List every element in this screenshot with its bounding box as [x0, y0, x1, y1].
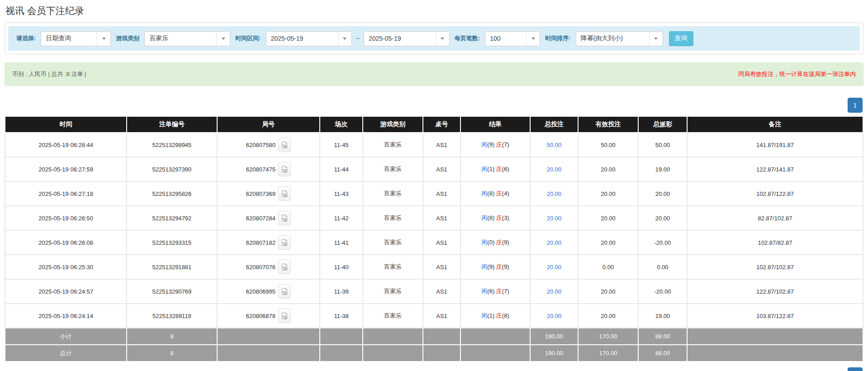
query-mode-select[interactable]: 日期查询 [41, 31, 111, 46]
cell-remark: 102.87/82.87 [687, 230, 863, 255]
cell-total-bet: 20.00 [530, 304, 578, 328]
video-replay-button[interactable] [278, 284, 291, 299]
total-row-cell-3 [320, 345, 363, 361]
select-mode-label: 请选择: [16, 34, 36, 43]
cell-session: 11-43 [320, 181, 363, 206]
sort-order-select[interactable]: 降幂(由大到小) [576, 31, 663, 46]
cell-bet-id: 522513294792 [127, 206, 217, 230]
col-header-8: 有效投注 [578, 116, 638, 133]
cell-remark: 102.87/122.87 [687, 181, 863, 206]
subtotal-row-cell-0: 小计 [5, 328, 127, 345]
cell-time: 2025-05-19 06:27:18 [5, 181, 127, 206]
video-file-icon [281, 165, 288, 173]
cell-payout: -20.00 [638, 230, 687, 255]
cell-table-no: AS1 [423, 304, 460, 328]
video-replay-button[interactable] [278, 235, 291, 250]
cell-game-type: 百家乐 [363, 133, 423, 157]
page-1-button[interactable]: 1 [848, 98, 863, 113]
round-number: 620807475 [246, 166, 275, 173]
table-row: 2025-05-19 06:28:44522513298945620807580… [5, 133, 863, 157]
result-banker-score: (6) [502, 166, 509, 172]
page-root: 视讯 会员下注纪录 请选择: 日期查询 游戏类别 百家乐 时间区间: 2025-… [0, 5, 868, 371]
total-bet-link[interactable]: 20.00 [547, 215, 562, 222]
round-number: 620806878 [246, 313, 275, 319]
video-replay-button[interactable] [278, 138, 291, 152]
video-replay-button[interactable] [278, 162, 291, 176]
game-type-select[interactable]: 百家乐 [144, 31, 230, 46]
video-replay-button[interactable] [278, 260, 291, 274]
subtotal-row-cell-10 [687, 328, 863, 345]
chevron-down-icon [216, 32, 230, 46]
page-1-button[interactable]: 1 [848, 367, 863, 371]
cell-remark: 102.87/102.87 [687, 255, 863, 279]
date-to-select[interactable]: 2025-05-19 [364, 31, 450, 46]
cell-round: 620807284 [217, 206, 320, 230]
table-row: 2025-05-19 06:25:30522513291881620807076… [5, 255, 863, 279]
round-number: 620807182 [246, 239, 275, 246]
result-banker-label: 庄 [496, 190, 502, 197]
total-bet-link[interactable]: 20.00 [547, 239, 562, 246]
total-row-cell-8: 170.00 [578, 345, 638, 361]
total-bet-link[interactable]: 20.00 [547, 313, 562, 319]
cell-total-bet: 20.00 [530, 255, 578, 279]
cell-bet-id: 522513291881 [127, 255, 217, 279]
result-banker-label: 庄 [496, 166, 502, 172]
table-row: 2025-05-19 06:24:14522513289119620806878… [5, 304, 863, 328]
result-banker-label: 庄 [496, 141, 502, 148]
search-button[interactable]: 查询 [669, 31, 693, 46]
total-bet-link[interactable]: 20.00 [547, 264, 562, 271]
round-number: 620807284 [246, 215, 275, 222]
col-header-9: 总派彩 [638, 116, 687, 133]
cell-time: 2025-05-19 06:28:44 [5, 133, 127, 157]
total-bet-link[interactable]: 20.00 [547, 288, 562, 295]
cell-session: 11-44 [320, 157, 363, 181]
round-cell-wrap: 620807076 [246, 260, 291, 274]
pagination-top: 1 [5, 98, 863, 113]
subtotal-row-cell-6 [460, 328, 530, 345]
cell-bet-id: 522513289119 [127, 304, 217, 328]
result-player-label: 闲 [481, 263, 487, 270]
page-size-label: 每页笔数: [455, 34, 480, 43]
round-number: 620806995 [246, 288, 275, 295]
result-banker-score: (9) [502, 263, 509, 270]
cell-table-no: AS1 [423, 206, 460, 230]
cell-total-bet: 50.00 [530, 133, 578, 157]
cell-payout: 0.00 [638, 255, 687, 279]
date-to-value: 2025-05-19 [364, 35, 436, 42]
date-from-select[interactable]: 2025-05-19 [266, 31, 352, 46]
subtotal-row-cell-8: 170.00 [578, 328, 638, 345]
subtotal-row-cell-9: 88.00 [638, 328, 687, 345]
cell-round: 620806878 [217, 304, 320, 328]
cell-game-type: 百家乐 [363, 304, 423, 328]
total-bet-link[interactable]: 20.00 [547, 166, 562, 173]
round-cell-wrap: 620807284 [246, 211, 291, 225]
query-mode-value: 日期查询 [41, 34, 97, 43]
video-replay-button[interactable] [278, 186, 291, 201]
video-replay-button[interactable] [278, 309, 291, 323]
chevron-down-icon [436, 32, 449, 46]
page-size-select[interactable]: 100 [485, 31, 540, 46]
cell-round: 620807580 [217, 133, 320, 157]
result-player-score: (9) [487, 263, 496, 270]
result-player-score: (8) [487, 190, 496, 197]
cell-table-no: AS1 [423, 133, 460, 157]
col-header-4: 游戏类别 [363, 116, 423, 133]
result-player-score: (1) [487, 312, 496, 319]
cell-bet-id: 522513298945 [127, 133, 217, 157]
result-player-score: (1) [487, 166, 496, 172]
round-cell-wrap: 620806878 [246, 309, 291, 323]
cell-table-no: AS1 [423, 230, 460, 255]
table-row: 2025-05-19 06:27:18522513295826620807369… [5, 181, 863, 206]
total-bet-link[interactable]: 20.00 [547, 190, 562, 197]
video-file-icon [281, 263, 288, 271]
cell-remark: 141.87/191.87 [687, 133, 863, 157]
col-header-1: 注单编号 [127, 116, 217, 133]
cell-round: 620806995 [217, 279, 320, 304]
cell-result: 闲(9) 庄(9) [460, 255, 530, 279]
total-bet-link[interactable]: 50.00 [547, 142, 562, 148]
cell-time: 2025-05-19 06:24:14 [5, 304, 127, 328]
subtotal-row-cell-4 [363, 328, 423, 345]
round-cell-wrap: 620807475 [246, 162, 291, 176]
video-replay-button[interactable] [278, 211, 291, 225]
result-banker-label: 庄 [496, 288, 502, 295]
